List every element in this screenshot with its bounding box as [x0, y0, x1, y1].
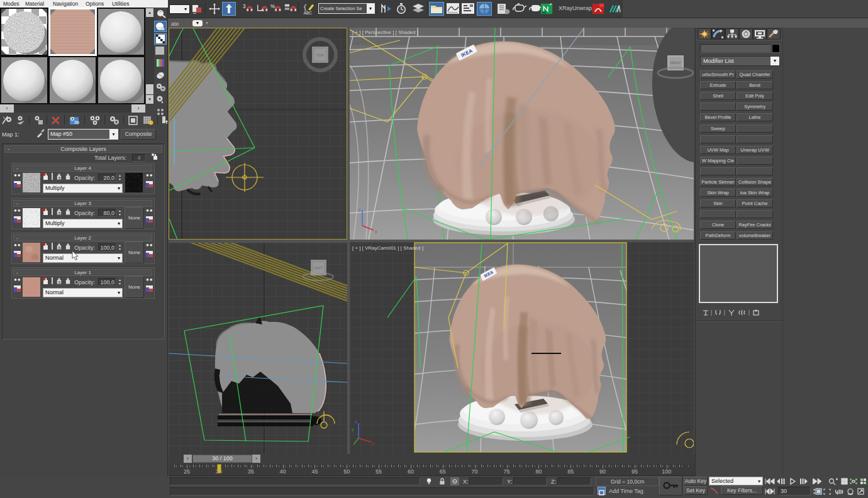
svg-text:x: x — [372, 441, 375, 446]
svg-text:LEFT: LEFT — [314, 266, 323, 270]
svg-text:9b: 9b — [74, 120, 79, 124]
svg-text:FRONT: FRONT — [670, 61, 681, 65]
svg-text:B: B — [58, 211, 61, 215]
svg-text:z: z — [355, 419, 357, 424]
svg-text:3: 3 — [243, 4, 246, 9]
svg-text:%: % — [270, 4, 275, 9]
svg-text:[ + ] [ VRayCam001 ] [ Shaded: [ + ] [ VRayCam001 ] [ Shaded ] — [352, 245, 423, 251]
svg-text:TOP: TOP — [316, 53, 324, 57]
svg-text:B: B — [58, 176, 61, 180]
svg-text:y: y — [352, 427, 354, 432]
svg-text:B: B — [58, 280, 61, 284]
svg-text:ABC: ABC — [304, 11, 312, 15]
svg-text:z: z — [359, 208, 361, 212]
svg-text:B: B — [58, 246, 61, 250]
svg-text:[ + ] [ Perspective ] [ Shaded: [ + ] [ Perspective ] [ Shaded ] — [352, 30, 418, 35]
svg-text:x: x — [375, 230, 377, 234]
